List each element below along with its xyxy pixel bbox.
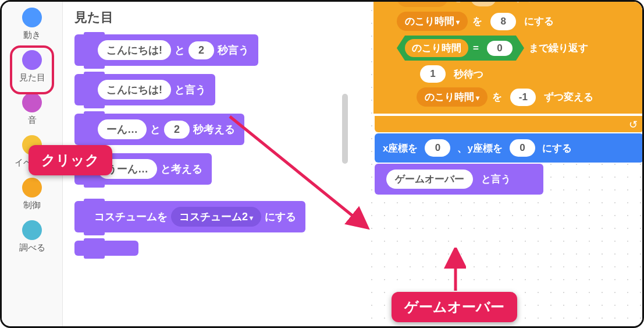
app-window: 動き 見た目 音 イベント 制御 調べる 見た目 こんにちは! [0,0,644,328]
block-think[interactable]: うーん… と考える [74,153,351,185]
category-label: 動き [23,30,41,41]
block-text: = [473,43,479,54]
block-text: 、y座標を [457,142,502,155]
block-text: x座標を [383,142,418,155]
block-text: にする [504,0,534,4]
condition-equals[interactable]: のこり時間 = 0 [397,36,524,61]
category-label: 音 [28,115,37,126]
script-workspace[interactable]: スコア を 0 にする のこり時間 を 8 にする のこり時間 = 0 [363,2,642,326]
callout-click: クリック [29,145,112,175]
selection-ring [10,45,54,94]
block-think-for-secs[interactable]: ーん… と 2 秒考える [74,114,351,145]
category-looks[interactable]: 見た目 [2,44,62,87]
number-input[interactable]: 2 [188,41,214,59]
sensing-dot-icon [22,220,42,240]
number-input[interactable]: 8 [490,13,516,30]
block-text: 秒考える [193,122,235,136]
number-input[interactable]: 0 [425,139,450,157]
block-text: と [150,122,161,136]
block-say[interactable]: こんにちは! と言う [74,74,351,105]
block-text: 秒待つ [454,68,483,81]
number-input[interactable]: 0 [487,41,513,56]
var-dropdown[interactable]: のこり時間 [397,12,468,31]
block-text: にする [542,142,572,155]
category-label: 調べる [19,242,45,253]
var-reporter[interactable]: のこり時間 [405,39,468,57]
category-sensing[interactable]: 調べる [2,214,62,257]
block-text: と [175,43,185,57]
var-dropdown[interactable]: のこり時間 [417,87,488,107]
block-text: を [492,90,502,104]
scrollbar[interactable] [342,94,348,164]
block-text: 秒言う [218,43,249,57]
motion-dot-icon [22,8,42,27]
block-say-for-secs[interactable]: こんにちは! と 2 秒言う [74,34,351,66]
block-text: と言う [481,172,511,186]
block-text: と考える [161,162,202,176]
block-text: にする [524,15,554,28]
block-change-variable[interactable]: のこり時間 を -1 ずつ変える [417,85,636,109]
number-input[interactable]: 0 [510,139,535,157]
text-input[interactable]: ゲームオーバー [386,170,473,189]
category-control[interactable]: 制御 [2,172,62,214]
costume-dropdown[interactable]: コスチューム2 [171,207,261,227]
loop-arrow-icon: ↺ [629,118,638,131]
text-input[interactable]: こんにちは! [98,80,171,100]
block-partial[interactable] [74,241,351,256]
loop-end: ↺ [375,116,643,132]
sound-dot-icon [22,93,42,112]
callout-gameover: ゲームオーバー [392,292,517,322]
block-text: を [472,15,482,28]
number-input[interactable]: 0 [471,0,496,6]
block-set-variable[interactable]: のこり時間 を 8 にする [397,9,636,33]
block-text: まで繰り返す [529,41,588,55]
block-text: ずつ変える [544,90,593,104]
text-input[interactable]: こんにちは! [98,40,171,60]
category-label: 制御 [23,200,41,211]
var-dropdown[interactable]: スコア [397,0,448,7]
category-motion[interactable]: 動き [2,2,62,44]
block-text: と言う [175,83,206,97]
block-text: コスチュームを [94,210,168,224]
block-say-gameover[interactable]: ゲームオーバー と言う [375,164,543,195]
control-dot-icon [22,178,42,197]
palette-title: 見た目 [74,2,351,34]
block-repeat-until[interactable]: のこり時間 = 0 まで繰り返す [397,33,636,63]
text-input[interactable]: ーん… [98,119,147,139]
block-text: にする [265,210,296,224]
block-goto-xy[interactable]: x座標を 0 、y座標を 0 にする [375,133,643,163]
block-text: を [453,0,462,4]
number-input[interactable]: -1 [510,89,536,106]
block-wait[interactable]: 1 秒待つ [417,63,636,85]
number-input[interactable]: 2 [164,121,190,139]
number-input[interactable]: 1 [420,65,446,83]
block-switch-costume[interactable]: コスチュームを コスチューム2 にする [74,201,351,232]
